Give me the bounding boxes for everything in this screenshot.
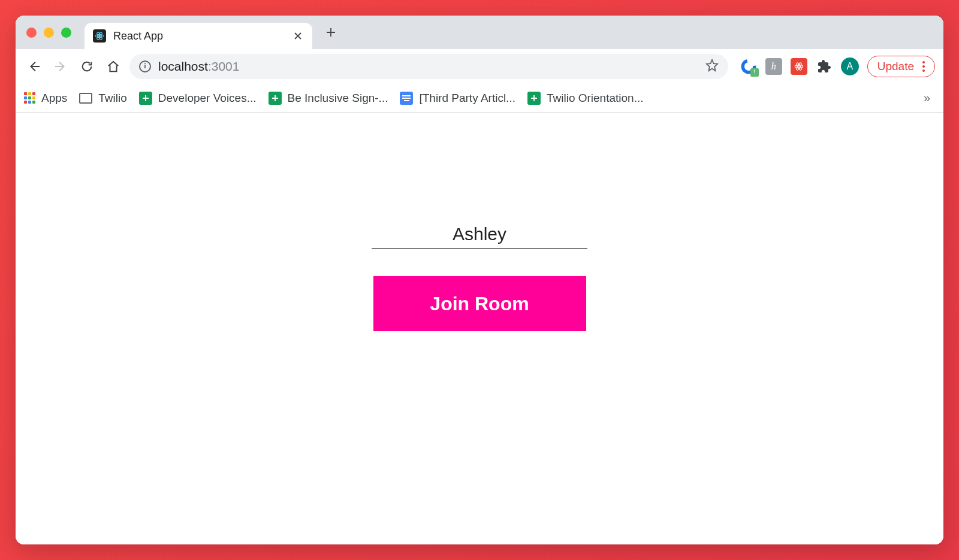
reload-button[interactable]	[77, 56, 97, 77]
folder-icon	[79, 93, 92, 104]
sheets-icon	[139, 92, 152, 105]
extensions-menu-icon[interactable]	[816, 58, 833, 75]
extension-icon-1[interactable]: !	[740, 58, 757, 75]
tab-bar: React App	[16, 16, 943, 49]
bookmark-twilio[interactable]: Twilio	[79, 92, 127, 105]
tab-close-button[interactable]	[292, 30, 304, 42]
bookmark-be-inclusive[interactable]: Be Inclusive Sign-...	[269, 92, 388, 105]
extension-icon-3[interactable]	[791, 58, 807, 75]
browser-tab[interactable]: React App	[85, 23, 312, 49]
bookmarks-overflow-button[interactable]: »	[919, 89, 935, 107]
url-host: localhost	[158, 59, 208, 73]
bookmark-label: Be Inclusive Sign-...	[288, 92, 388, 105]
join-room-button[interactable]: Join Room	[373, 276, 586, 331]
bookmark-developer-voices[interactable]: Developer Voices...	[139, 92, 257, 105]
browser-window: React App i localhost:3001	[16, 16, 943, 544]
bookmark-label: Apps	[41, 92, 67, 105]
site-info-icon[interactable]: i	[139, 60, 151, 72]
menu-dots-icon	[922, 61, 925, 72]
home-button[interactable]	[103, 56, 123, 77]
svg-point-0	[99, 35, 101, 37]
new-tab-button[interactable]	[322, 23, 340, 41]
tab-title: React App	[113, 30, 285, 43]
browser-toolbar: i localhost:3001 ! h A Up	[16, 49, 943, 84]
extension-icon-2[interactable]: h	[765, 58, 782, 75]
update-button[interactable]: Update	[867, 56, 935, 77]
window-controls	[26, 28, 71, 38]
window-close-button[interactable]	[26, 28, 37, 38]
sheets-icon	[527, 92, 541, 105]
url-text: localhost:3001	[158, 59, 698, 74]
bookmark-label: Twilio Orientation...	[547, 92, 644, 105]
forward-button[interactable]	[50, 56, 71, 77]
name-input[interactable]	[372, 220, 587, 249]
bookmark-star-icon[interactable]	[705, 59, 719, 74]
bookmarks-bar: Apps Twilio Developer Voices... Be Inclu…	[16, 84, 943, 113]
window-maximize-button[interactable]	[61, 28, 71, 38]
address-bar[interactable]: i localhost:3001	[129, 54, 728, 79]
extension-icons: ! h A Update	[740, 56, 935, 77]
window-minimize-button[interactable]	[44, 28, 54, 38]
bookmark-apps[interactable]: Apps	[24, 92, 67, 105]
apps-grid-icon	[24, 92, 35, 104]
bookmark-twilio-orientation[interactable]: Twilio Orientation...	[527, 92, 644, 105]
bookmark-label: [Third Party Articl...	[419, 92, 515, 105]
url-port: :3001	[208, 59, 240, 73]
bookmark-label: Twilio	[98, 92, 127, 105]
bookmark-label: Developer Voices...	[158, 92, 257, 105]
back-button[interactable]	[24, 56, 44, 77]
svg-point-5	[798, 65, 800, 67]
profile-avatar[interactable]: A	[841, 57, 859, 75]
react-favicon-icon	[93, 29, 106, 43]
sheets-icon	[269, 92, 282, 105]
docs-icon	[400, 92, 413, 105]
bookmark-third-party[interactable]: [Third Party Articl...	[400, 92, 515, 105]
avatar-initial: A	[846, 61, 853, 72]
update-label: Update	[877, 60, 914, 73]
page-content: Join Room	[16, 113, 943, 544]
